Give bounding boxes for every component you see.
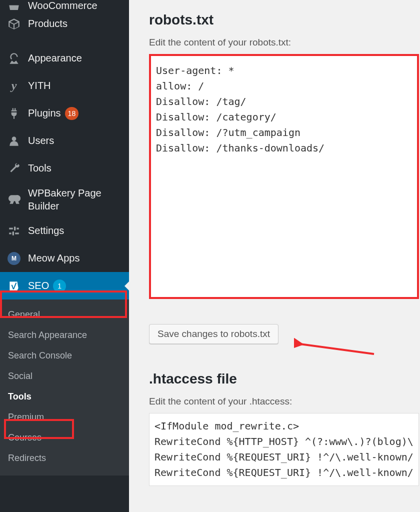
- sidebar-item-plugins[interactable]: Plugins 18: [0, 100, 129, 127]
- sidebar-item-seo[interactable]: SEO 1: [0, 272, 129, 300]
- robots-textarea[interactable]: [149, 54, 419, 299]
- appearance-icon: [6, 50, 22, 66]
- meowapps-icon: M: [6, 250, 22, 266]
- svg-rect-3: [16, 228, 18, 229]
- htaccess-heading: .htaccess file: [149, 371, 408, 387]
- menu-label: Plugins: [28, 108, 61, 119]
- submenu-premium[interactable]: Premium: [0, 407, 129, 428]
- sidebar-item-tools[interactable]: Tools: [0, 154, 129, 182]
- products-icon: [6, 16, 22, 32]
- main-content: robots.txt Edit the content of your robo…: [129, 0, 420, 512]
- users-icon: [6, 133, 22, 149]
- svg-point-0: [12, 136, 16, 141]
- menu-label: Appearance: [28, 52, 82, 64]
- svg-rect-6: [15, 232, 19, 234]
- sidebar-item-settings[interactable]: Settings: [0, 217, 129, 244]
- menu-label: Products: [28, 18, 68, 30]
- yith-icon: y: [6, 78, 22, 94]
- settings-icon: [6, 223, 22, 239]
- sidebar-item-appearance[interactable]: Appearance: [0, 44, 129, 72]
- robots-heading: robots.txt: [149, 12, 408, 28]
- menu-label: SEO: [28, 280, 49, 292]
- htaccess-textarea[interactable]: <IfModule mod_rewrite.c> RewriteCond %{H…: [149, 413, 419, 486]
- svg-rect-1: [9, 228, 13, 229]
- plugins-icon: [6, 106, 22, 122]
- admin-sidebar: WooCommerce Products Appearance y YITH P…: [0, 0, 129, 512]
- menu-label: YITH: [28, 80, 51, 92]
- plugins-badge: 18: [65, 107, 79, 120]
- submenu-search-appearance[interactable]: Search Appearance: [0, 325, 129, 346]
- submenu-search-console[interactable]: Search Console: [0, 346, 129, 366]
- robots-description: Edit the content of your robots.txt:: [149, 37, 408, 48]
- submenu-redirects[interactable]: Redirects: [0, 448, 129, 468]
- wpbakery-icon: [6, 192, 22, 208]
- menu-label: Tools: [28, 162, 52, 174]
- submenu-general[interactable]: General: [0, 304, 129, 325]
- menu-label: WooCommerce: [28, 0, 98, 10]
- yoast-icon: [6, 278, 22, 294]
- sidebar-item-meowapps[interactable]: M Meow Apps: [0, 244, 129, 272]
- save-robots-button[interactable]: Save changes to robots.txt: [149, 324, 278, 344]
- sidebar-item-users[interactable]: Users: [0, 127, 129, 154]
- tools-icon: [6, 160, 22, 176]
- seo-submenu: General Search Appearance Search Console…: [0, 300, 129, 476]
- submenu-tools[interactable]: Tools: [0, 386, 129, 407]
- submenu-courses[interactable]: Courses: [0, 428, 129, 448]
- sidebar-item-products[interactable]: Products: [0, 10, 129, 38]
- menu-label: WPBakery Page Builder: [28, 186, 123, 212]
- svg-rect-8: [12, 232, 14, 236]
- seo-badge: 1: [53, 280, 66, 292]
- sidebar-item-woocommerce[interactable]: WooCommerce: [0, 0, 129, 10]
- menu-label: Meow Apps: [28, 252, 80, 264]
- menu-label: Users: [28, 135, 54, 146]
- submenu-social[interactable]: Social: [0, 366, 129, 386]
- svg-rect-4: [9, 232, 11, 234]
- menu-label: Settings: [28, 225, 64, 236]
- sidebar-item-wpbakery[interactable]: WPBakery Page Builder: [0, 182, 129, 217]
- woocommerce-icon: [6, 0, 22, 10]
- svg-rect-7: [14, 226, 16, 230]
- htaccess-description: Edit the content of your .htaccess:: [149, 396, 408, 407]
- sidebar-item-yith[interactable]: y YITH: [0, 72, 129, 100]
